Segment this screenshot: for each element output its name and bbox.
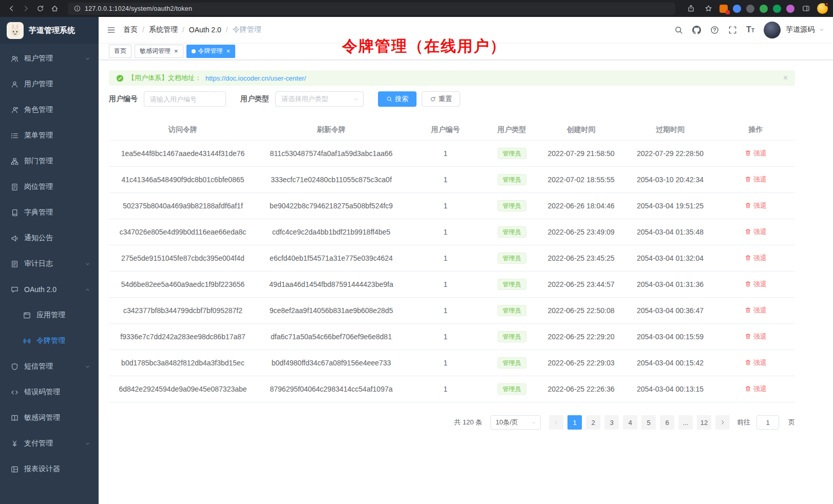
sidebar-item-oauth2-token[interactable]: 令牌管理	[0, 328, 99, 354]
page-button-2[interactable]: 2	[586, 415, 600, 430]
page-size-select[interactable]: 10条/页	[490, 415, 541, 430]
force-logout-button[interactable]: 强退	[745, 384, 767, 394]
reset-button[interactable]: 重置	[422, 91, 460, 107]
forward-button[interactable]	[20, 3, 32, 15]
browser-profile-avatar[interactable]	[817, 3, 828, 14]
alert-close-icon[interactable]: ×	[783, 74, 788, 82]
column-header: 用户编号	[406, 120, 485, 141]
tab-close-icon[interactable]: ×	[174, 48, 178, 54]
prev-page-button[interactable]	[549, 415, 563, 430]
help-icon[interactable]	[710, 26, 719, 34]
sidebar-item-notice[interactable]: 通知公告	[0, 225, 99, 251]
search-icon[interactable]	[674, 26, 683, 34]
fullscreen-icon[interactable]	[728, 26, 737, 34]
user-type-badge: 管理员	[498, 279, 526, 290]
back-button[interactable]	[5, 3, 17, 15]
page-button-3[interactable]: 3	[604, 415, 619, 430]
sidebar-item-oauth2[interactable]: OAuth 2.0	[0, 277, 99, 302]
reload-button[interactable]	[34, 3, 46, 15]
header-right: TT 芋道源码	[674, 22, 825, 38]
chevron-down-icon	[531, 420, 537, 425]
force-logout-label: 强退	[753, 332, 767, 341]
force-logout-label: 强退	[753, 175, 767, 184]
sidebar-item-dict[interactable]: 字典管理	[0, 200, 99, 225]
force-logout-button[interactable]: 强退	[745, 306, 767, 315]
extension-icon-blue[interactable]	[733, 5, 741, 13]
sidebar-item-menu[interactable]: 菜单管理	[0, 123, 99, 148]
breadcrumb-item[interactable]: 系统管理	[149, 25, 178, 34]
cell-user-type: 管理员	[485, 141, 538, 167]
sidebar-item-user[interactable]: 用户管理	[0, 71, 99, 97]
sidebar-item-sensitive[interactable]: 敏感词管理	[0, 405, 99, 431]
sidebar-item-tenant[interactable]: 租户管理	[0, 46, 99, 71]
bookmark-star-icon[interactable]	[702, 3, 714, 15]
sidebar-item-label: 短信管理	[24, 362, 53, 371]
cell-user-id: 1	[406, 272, 485, 298]
page-button-1[interactable]: 1	[567, 415, 582, 430]
share-icon[interactable]	[685, 3, 697, 15]
extension-icon-orange[interactable]	[720, 5, 728, 13]
trash-icon	[745, 176, 751, 183]
cell-created-time: 2022-06-25 23:44:57	[538, 272, 624, 298]
extension-icon-dark[interactable]	[746, 5, 754, 13]
user-avatar[interactable]	[764, 22, 781, 38]
force-logout-button[interactable]: 强退	[745, 280, 767, 289]
extension-icon-purple[interactable]	[786, 5, 794, 13]
sidebar-item-pay[interactable]: 支付管理	[0, 431, 99, 456]
home-button[interactable]	[48, 3, 61, 15]
sidebar-item-role[interactable]: 角色管理	[0, 97, 99, 123]
force-logout-button[interactable]: 强退	[745, 358, 767, 367]
tab-home[interactable]: 首页	[109, 45, 131, 58]
alert-doc-link[interactable]: https://doc.iocoder.cn/user-center/	[205, 74, 306, 82]
tab-label: 令牌管理	[198, 47, 223, 55]
reset-button-label: 重置	[439, 94, 452, 104]
github-icon[interactable]	[692, 26, 701, 34]
force-logout-button[interactable]: 强退	[745, 227, 767, 237]
sidebar-item-label: 角色管理	[24, 105, 53, 114]
breadcrumb-item[interactable]: 首页	[123, 25, 138, 34]
user-name[interactable]: 芋道源码	[786, 25, 815, 34]
font-size-icon[interactable]: TT	[746, 25, 754, 34]
cell-user-id: 1	[406, 219, 485, 245]
sidebar-item-report[interactable]: 报表设计器	[0, 456, 99, 482]
tab-token[interactable]: 令牌管理×	[186, 45, 236, 58]
extension-icon-green[interactable]	[760, 5, 768, 13]
breadcrumb-item[interactable]: OAuth 2.0	[189, 26, 221, 34]
sidebar-item-oauth2-app[interactable]: 应用管理	[0, 302, 99, 328]
site-info-icon[interactable]	[73, 3, 81, 15]
address-bar[interactable]: 127.0.0.1:1024/system/oauth2/token	[68, 3, 675, 15]
force-logout-button[interactable]: 强退	[745, 332, 767, 341]
page-button-4[interactable]: 4	[623, 415, 637, 430]
sidebar-item-label: 令牌管理	[36, 336, 65, 345]
sidebar-item-post[interactable]: 岗位管理	[0, 174, 99, 200]
force-logout-button[interactable]: 强退	[745, 175, 767, 184]
column-header: 访问令牌	[109, 120, 257, 141]
sidebar-toggle-icon[interactable]	[800, 3, 812, 15]
cell-access-token: c347026e805e4d99b0d116eae66eda8c	[109, 219, 257, 245]
app-logo[interactable]: 芋道管理系统	[0, 17, 99, 44]
search-button[interactable]: 搜索	[378, 91, 416, 107]
page-button-5[interactable]: 5	[641, 415, 656, 430]
page-button-6[interactable]: 6	[660, 415, 674, 430]
sidebar-item-error-code[interactable]: 错误码管理	[0, 379, 99, 405]
sidebar-item-dept[interactable]: 部门管理	[0, 148, 99, 174]
force-logout-button[interactable]: 强退	[745, 149, 767, 158]
sidebar-item-sms[interactable]: 短信管理	[0, 354, 99, 379]
cell-created-time: 2022-06-25 22:29:03	[538, 350, 624, 376]
user-type-badge: 管理员	[498, 174, 526, 185]
next-page-button[interactable]	[715, 415, 730, 430]
goto-page-input[interactable]	[756, 415, 779, 430]
tab-sensitive-word[interactable]: 敏感词管理×	[135, 45, 183, 58]
force-logout-button[interactable]: 强退	[745, 201, 767, 210]
app-title: 芋道管理系统	[29, 26, 75, 35]
tab-close-icon[interactable]: ×	[226, 48, 231, 54]
sidebar-collapse-icon[interactable]	[107, 26, 116, 34]
page-ellipsis[interactable]: ...	[678, 415, 693, 430]
page-button-12[interactable]: 12	[697, 415, 711, 430]
force-logout-button[interactable]: 强退	[745, 254, 767, 263]
user-id-input[interactable]	[144, 91, 226, 107]
extension-icon-teal[interactable]	[773, 5, 781, 13]
user-type-label: 用户类型	[240, 94, 269, 104]
sidebar-item-audit-log[interactable]: 审计日志	[0, 251, 99, 277]
user-type-select[interactable]: 请选择用户类型	[275, 91, 364, 107]
